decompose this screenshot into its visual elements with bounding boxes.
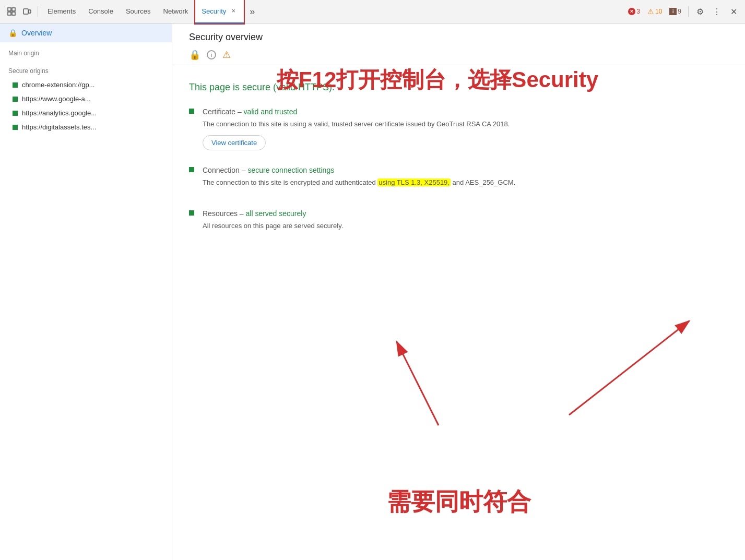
resources-body: Resources – all served securely All reso… [203, 209, 728, 237]
connection-title-link: secure connection settings [247, 166, 334, 174]
sidebar-overview-label: Overview [21, 29, 52, 37]
tab-sources[interactable]: Sources [120, 0, 157, 23]
svg-rect-4 [23, 9, 28, 14]
separator-2 [688, 6, 689, 17]
info-badge[interactable]: i 9 [667, 7, 684, 16]
svg-line-8 [397, 342, 439, 425]
tab-network[interactable]: Network [157, 0, 195, 23]
origin-4-icon [13, 125, 18, 130]
svg-rect-0 [8, 8, 11, 11]
main-content: 按F12打开控制台，选择Security Security overview 🔒… [172, 23, 745, 560]
section-divider [172, 65, 745, 65]
error-badge[interactable]: ✕ 3 [625, 7, 643, 16]
sidebar-origin-3[interactable]: https://analytics.google... [0, 106, 172, 120]
device-icon-btn[interactable] [20, 4, 34, 19]
separator-1 [38, 6, 38, 17]
conn-desc-highlight: using TLS 1.3, X25519, [377, 178, 451, 186]
tab-elements[interactable]: Elements [41, 0, 82, 23]
certificate-icon [189, 109, 194, 150]
lock-sidebar-icon: 🔒 [8, 29, 17, 37]
device-icon [23, 7, 31, 16]
toolbar-right: ✕ 3 ⚠ 10 i 9 ⚙ ⋮ ✕ [625, 4, 741, 19]
certificate-title-link: valid and trusted [244, 108, 298, 116]
tab-console[interactable]: Console [82, 0, 120, 23]
cert-green-square [189, 109, 194, 114]
certificate-item: Certificate – valid and trusted The conn… [189, 108, 728, 150]
security-tab-wrapper: Security × [194, 0, 245, 25]
tab-security-close[interactable]: × [229, 7, 238, 15]
bottom-annotation: 需要同时符合 [387, 486, 531, 518]
connection-title: Connection – secure connection settings [203, 166, 728, 174]
resources-title-prefix: Resources – [203, 209, 245, 218]
origin-1-label: chrome-extension://gp... [22, 81, 94, 89]
sidebar-main-origin-label: Main origin [0, 42, 172, 60]
resources-title: Resources – all served securely [203, 209, 728, 218]
warning-triangle-icon: ⚠ [647, 7, 654, 16]
res-green-square [189, 210, 194, 216]
info-square-icon: i [669, 8, 677, 15]
connection-desc: The connection to this site is encrypted… [203, 177, 728, 188]
tab-security[interactable]: Security × [195, 0, 244, 23]
origin-2-label: https://www.google-a... [22, 95, 91, 103]
icons-row: 🔒 i ⚠ [172, 47, 745, 61]
inspect-icon-btn[interactable] [4, 4, 19, 19]
svg-rect-3 [12, 12, 15, 15]
more-tabs-btn[interactable]: » [245, 4, 259, 19]
conn-desc-after: and AES_256_GCM. [451, 178, 515, 186]
view-certificate-btn[interactable]: View certificate [203, 135, 266, 150]
info-circle-icon: i [207, 50, 216, 59]
certificate-title-prefix: Certificate – [203, 108, 244, 116]
sidebar: 🔒 Overview Main origin Secure origins ch… [0, 23, 172, 560]
error-circle-icon: ✕ [628, 8, 635, 15]
certificate-desc: The connection to this site is using a v… [203, 119, 728, 130]
more-options-btn[interactable]: ⋮ [709, 4, 724, 19]
close-devtools-btn[interactable]: ✕ [726, 4, 741, 19]
svg-rect-2 [8, 12, 11, 15]
sidebar-origin-2[interactable]: https://www.google-a... [0, 92, 172, 106]
warning-icon: ⚠ [222, 49, 231, 61]
devtools-toolbar: Elements Console Sources Network Securit… [0, 0, 745, 23]
warning-badge[interactable]: ⚠ 10 [645, 6, 665, 17]
connection-icon [189, 167, 194, 194]
resources-desc: All resources on this page are served se… [203, 221, 728, 232]
sidebar-secure-origins-label: Secure origins [0, 60, 172, 78]
settings-btn[interactable]: ⚙ [693, 4, 707, 19]
resources-title-link: all served securely [245, 209, 306, 218]
origin-4-label: https://digitalassets.tes... [22, 123, 96, 131]
connection-body: Connection – secure connection settings … [203, 166, 728, 194]
conn-desc-before: The connection to this site is encrypted… [203, 178, 377, 186]
svg-rect-1 [12, 8, 15, 11]
origin-1-icon [13, 82, 18, 88]
svg-line-7 [569, 321, 689, 415]
certificate-title: Certificate – valid and trusted [203, 108, 728, 116]
origin-3-label: https://analytics.google... [22, 109, 97, 117]
sidebar-origin-4[interactable]: https://digitalassets.tes... [0, 120, 172, 134]
resources-item: Resources – all served securely All reso… [189, 209, 728, 237]
origin-2-icon [13, 97, 18, 102]
connection-title-prefix: Connection – [203, 166, 247, 174]
origin-3-icon [13, 111, 18, 116]
devtools-body: 🔒 Overview Main origin Secure origins ch… [0, 23, 745, 560]
red-arrows-annotation [345, 279, 745, 436]
connection-item: Connection – secure connection settings … [189, 166, 728, 194]
resources-icon [189, 210, 194, 237]
page-secure-text: This page is secure (valid HTTPS). [189, 82, 728, 93]
conn-green-square [189, 167, 194, 172]
content-area: This page is secure (valid HTTPS). Certi… [172, 69, 745, 265]
certificate-body: Certificate – valid and trusted The conn… [203, 108, 728, 150]
lock-green-icon: 🔒 [189, 49, 200, 61]
toolbar-tabs: Elements Console Sources Network Securit… [41, 0, 259, 25]
svg-rect-5 [29, 10, 31, 13]
sidebar-origin-1[interactable]: chrome-extension://gp... [0, 78, 172, 92]
sidebar-overview-item[interactable]: 🔒 Overview [0, 23, 172, 42]
security-overview-title: Security overview [172, 23, 745, 47]
inspect-icon [7, 7, 16, 16]
